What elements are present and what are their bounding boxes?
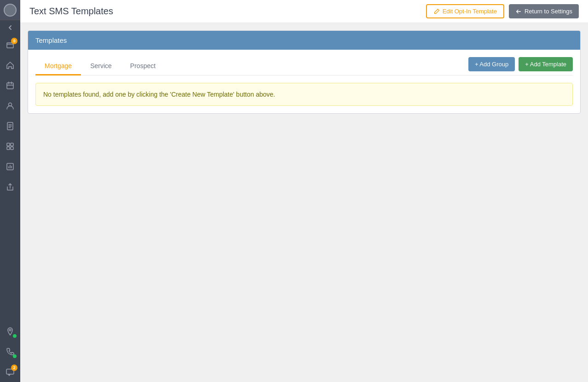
main-content: Text SMS Templates Edit Opt-In Template … [20,0,588,382]
sidebar: 0 [0,0,20,382]
svg-rect-6 [7,147,10,150]
sidebar-item-products[interactable] [0,136,20,156]
svg-point-9 [9,329,11,331]
templates-card: Templates Mortgage Service Prospect [28,30,581,114]
add-group-button[interactable]: + Add Group [468,57,515,71]
return-icon [515,8,522,15]
page-title: Text SMS Templates [29,6,426,17]
templates-card-body: Mortgage Service Prospect + Add Group [28,50,580,113]
content-area: Templates Mortgage Service Prospect [20,23,588,382]
tabs-actions: + Add Group + Add Template [468,57,573,75]
avatar [4,4,17,17]
templates-card-header: Templates [28,31,580,50]
sidebar-item-documents[interactable] [0,116,20,136]
sidebar-collapse-button[interactable] [0,20,20,35]
header-actions: Edit Opt-In Template Return to Settings [426,4,579,18]
edit-icon [433,8,440,15]
sidebar-item-reports[interactable] [0,156,20,177]
sidebar-item-share[interactable] [0,177,20,197]
svg-rect-5 [11,143,13,146]
tab-mortgage[interactable]: Mortgage [35,58,81,75]
svg-rect-7 [11,147,13,150]
tab-prospect[interactable]: Prospect [121,58,165,75]
tab-service[interactable]: Service [81,58,121,75]
chat-badge: 2 [11,365,17,371]
return-to-settings-button[interactable]: Return to Settings [509,4,579,18]
sidebar-bottom: 2 [0,321,20,382]
empty-state-message: No templates found, add one by clicking … [35,83,573,106]
sidebar-item-location[interactable] [0,321,20,341]
header: Text SMS Templates Edit Opt-In Template … [20,0,588,23]
avatar-container[interactable] [0,0,20,20]
sidebar-item-home[interactable] [0,55,20,75]
svg-rect-1 [7,83,13,89]
sidebar-item-calendar[interactable] [0,75,20,96]
location-status-dot [13,334,17,338]
sidebar-item-phone[interactable] [0,341,20,362]
sidebar-item-chat[interactable]: 2 [0,362,20,382]
svg-rect-4 [7,143,10,146]
tabs-row: Mortgage Service Prospect + Add Group [35,57,573,75]
phone-status-dot [13,354,17,358]
edit-opt-in-button[interactable]: Edit Opt-In Template [426,4,504,18]
add-template-button[interactable]: + Add Template [519,57,573,71]
sidebar-item-notifications[interactable]: 0 [0,35,20,55]
sidebar-item-contacts[interactable] [0,96,20,116]
notification-badge: 0 [11,38,17,44]
tabs-list: Mortgage Service Prospect [35,58,468,75]
